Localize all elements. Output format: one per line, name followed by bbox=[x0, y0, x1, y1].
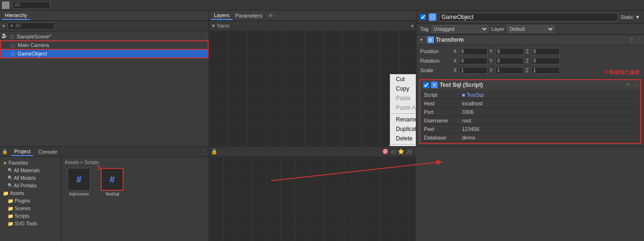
main-camera-item[interactable]: 🎥 Main Camera bbox=[0, 41, 209, 49]
menu-rename[interactable]: Rename bbox=[390, 115, 416, 124]
favorites-item[interactable]: ★ Favorites bbox=[0, 159, 61, 167]
field-host-value: localhost bbox=[460, 101, 638, 106]
transform-help[interactable]: ? bbox=[630, 37, 633, 43]
sqlaccess-icon: # bbox=[67, 168, 90, 191]
script-fields: Script ■ TestSql Host localhost Port 330… bbox=[420, 90, 640, 143]
hierarchy-panel: Hierarchy + 2 ▼ ⬡ SampleScene* ⋮ 🎥 Main … bbox=[0, 10, 209, 146]
scale-y-input[interactable] bbox=[495, 67, 524, 74]
top-bar bbox=[0, 0, 644, 10]
scale-y-field: Y bbox=[490, 67, 524, 74]
layer-select[interactable]: Default bbox=[507, 25, 555, 33]
script-help[interactable]: ? bbox=[626, 83, 629, 88]
assets-item[interactable]: 📁 Assets bbox=[0, 189, 61, 197]
script-field-username: Username root bbox=[422, 116, 638, 125]
rotation-x-field: X bbox=[453, 57, 488, 65]
rotation-y-axis: Y bbox=[490, 58, 494, 64]
inspector-scroll[interactable]: ▼ ⊕ Transform ? ⋮ Position X bbox=[416, 35, 644, 146]
menu-cut[interactable]: Cut bbox=[390, 74, 416, 84]
add-scene-button[interactable]: + bbox=[411, 23, 414, 29]
menu-duplicate[interactable]: Duplicate bbox=[390, 124, 416, 134]
asset-sqlaccess[interactable]: # SqlAccess bbox=[65, 168, 93, 196]
transform-settings[interactable]: ⋮ bbox=[636, 37, 641, 43]
position-y-input[interactable] bbox=[495, 48, 524, 55]
tag-select[interactable]: Untagged bbox=[432, 25, 489, 33]
rotation-z-field: Z bbox=[526, 57, 560, 65]
visibility-toggle[interactable]: 👁 bbox=[268, 13, 273, 19]
all-models-item[interactable]: 🔍 All Models bbox=[0, 174, 61, 182]
field-database-label: Database bbox=[422, 135, 460, 140]
field-username-value: root bbox=[460, 118, 638, 123]
field-host-label: Host bbox=[422, 101, 460, 106]
menu-paste-as-child: Paste As Child bbox=[390, 103, 416, 112]
top-search-input[interactable] bbox=[12, 1, 50, 9]
svg-tools-item[interactable]: 📁 SVG Tools bbox=[0, 220, 61, 227]
gameobject-active-checkbox[interactable] bbox=[420, 14, 426, 20]
console-tab[interactable]: Console bbox=[35, 148, 60, 156]
hierarchy-search[interactable] bbox=[7, 22, 55, 30]
position-xyz: X Y Z bbox=[453, 48, 640, 55]
rotation-xyz: X Y Z bbox=[453, 57, 640, 65]
gameobject-name-input[interactable] bbox=[439, 13, 618, 21]
scene-bottom-menu[interactable]: ⋮ bbox=[220, 148, 225, 155]
main-camera-label: Main Camera bbox=[18, 42, 49, 48]
project-menu[interactable]: ⋮ bbox=[202, 149, 207, 154]
rotation-z-axis: Z bbox=[526, 58, 530, 64]
assets-grid: 3 # SqlAccess # TestSql bbox=[65, 168, 206, 196]
scale-x-input[interactable] bbox=[459, 67, 488, 74]
script-field-database: Database demo bbox=[422, 133, 638, 142]
scene-name: SampleScene* bbox=[17, 34, 51, 39]
rotation-z-input[interactable] bbox=[531, 57, 560, 65]
scale-x-field: X bbox=[453, 67, 488, 74]
transform-name: Transform bbox=[436, 37, 464, 43]
all-materials-label: All Materials bbox=[14, 168, 39, 173]
position-x-input[interactable] bbox=[459, 48, 488, 55]
project-assets: Assets > Scripts 3 # SqlAccess # TestSql bbox=[62, 157, 209, 241]
scripts-label: Scripts bbox=[15, 213, 29, 219]
all-prefabs-item[interactable]: 🔍 All Prefabs bbox=[0, 182, 61, 189]
scene-bottom: 🔒 ⋮ 🎯 🏷 ⭐ 20 bbox=[209, 147, 416, 241]
inspector-bottom bbox=[416, 147, 644, 241]
all-materials-item[interactable]: 🔍 All Materials bbox=[0, 167, 61, 174]
script-header[interactable]: # Test Sql (Script) ? ⋮ bbox=[420, 80, 640, 90]
transform-component-header[interactable]: ▼ ⊕ Transform ? ⋮ bbox=[416, 35, 644, 45]
scene-menu[interactable]: ⋮ bbox=[204, 34, 209, 39]
lock-icon[interactable]: 🔒 bbox=[211, 148, 218, 155]
menu-copy[interactable]: Copy bbox=[390, 84, 416, 93]
project-lock-icon[interactable]: 🔒 bbox=[2, 149, 8, 154]
plugins-item[interactable]: 📁 Plugins bbox=[0, 197, 61, 204]
gameobject-item[interactable]: ⬡ GameObject bbox=[0, 49, 209, 58]
star-icon[interactable]: ⭐ bbox=[398, 148, 404, 155]
rotation-x-input[interactable] bbox=[459, 57, 488, 65]
assets-label: Assets bbox=[10, 191, 24, 196]
menu-delete[interactable]: Delete bbox=[390, 134, 416, 143]
add-hierarchy-button[interactable]: + bbox=[2, 23, 5, 29]
asset-testsql[interactable]: # TestSql bbox=[98, 168, 126, 196]
context-menu: Cut Copy Paste Paste As Child Rename Dup… bbox=[390, 74, 416, 146]
static-dropdown[interactable]: Static ▼ bbox=[621, 14, 640, 20]
script-icon: # bbox=[431, 82, 438, 88]
script-settings[interactable]: ⋮ bbox=[633, 83, 637, 88]
layer-label: Layer bbox=[491, 26, 505, 32]
hierarchy-tab[interactable]: Hierarchy bbox=[2, 11, 30, 20]
scenes-item[interactable]: 📁 Scenes bbox=[0, 204, 61, 212]
transform-chevron: ▼ bbox=[419, 37, 423, 42]
script-active-checkbox[interactable] bbox=[423, 82, 429, 88]
field-port-value: 3306 bbox=[460, 109, 638, 115]
scene-root-item[interactable]: ▼ ⬡ SampleScene* ⋮ bbox=[0, 32, 209, 41]
tag-icon[interactable]: 🏷 bbox=[391, 149, 396, 155]
field-script-value[interactable]: ■ TestSql bbox=[460, 92, 638, 98]
scale-z-axis: Z bbox=[526, 68, 530, 73]
rotation-y-input[interactable] bbox=[495, 57, 524, 65]
target-icon[interactable]: 🎯 bbox=[382, 148, 389, 155]
scale-z-input[interactable] bbox=[531, 67, 560, 74]
project-tab[interactable]: Project bbox=[11, 148, 33, 156]
layers-tab[interactable]: Layers bbox=[211, 11, 232, 20]
scene-view[interactable]: Cut Copy Paste Paste As Child Rename Dup… bbox=[209, 31, 416, 146]
parameters-tab[interactable]: Parameters bbox=[232, 12, 265, 19]
position-x-field: X bbox=[453, 48, 488, 55]
rotation-x-axis: X bbox=[453, 58, 458, 64]
scripts-item[interactable]: 📁 Scripts bbox=[0, 212, 61, 220]
position-z-input[interactable] bbox=[531, 48, 560, 55]
script-field-script: Script ■ TestSql bbox=[422, 91, 638, 99]
zoom-level: 20 bbox=[406, 149, 412, 155]
